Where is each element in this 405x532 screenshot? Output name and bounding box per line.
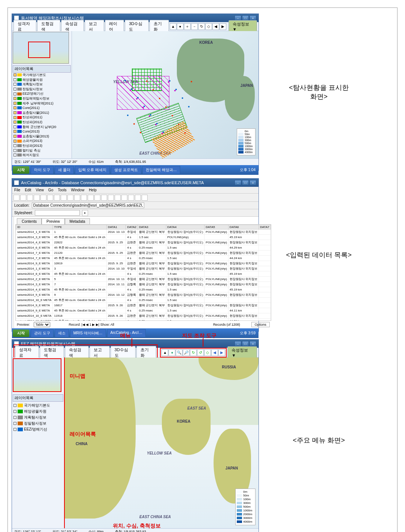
close-button[interactable]: × (250, 341, 256, 346)
menu-go[interactable]: Go (48, 188, 53, 192)
toolbar-icon[interactable] (54, 195, 60, 201)
layer-item[interactable]: 정밀탐사정보 (13, 420, 63, 426)
menu-help[interactable]: Help (89, 188, 97, 192)
layer-item[interactable]: EEZ/영해기선 (13, 91, 71, 96)
zoomout-icon[interactable]: 🔎 (183, 349, 190, 356)
col-header[interactable]: DATA3 (138, 225, 166, 229)
layer-item[interactable]: 해양광물자원 (13, 77, 71, 82)
minimize-button[interactable]: – (235, 341, 241, 346)
maximize-button[interactable]: □ (242, 341, 249, 346)
table-row[interactable]: seismic2014_6_E META45 후존 80 cu.in. GeoE… (16, 245, 271, 250)
layer-item[interactable]: Core(2011) (13, 106, 71, 110)
tab-contents[interactable]: Contents (17, 218, 42, 224)
taskbar-item[interactable]: 전일해역 해양과… (142, 166, 180, 174)
preview-tabs[interactable]: ContentsPreviewMetadata (14, 217, 273, 224)
toolbar-icon[interactable] (74, 195, 80, 201)
tab-preview[interactable]: Preview (42, 218, 65, 224)
table-row[interactable]: seismic2014_2_E META52014. 10. 11추정세황해 군… (16, 277, 271, 282)
layer-item[interactable]: 표층탐사물(2013) (13, 134, 71, 139)
toolbar-icon[interactable] (81, 195, 87, 201)
table-row[interactable]: seismic2014_5_E META92014. 10. 12김형록황해 군… (16, 292, 271, 298)
layer-item[interactable]: EEZ/영해기선 (13, 426, 63, 432)
table-row[interactable]: seismic2014_10_E META45 후존 80 cu.in. Geo… (16, 298, 271, 303)
minimap[interactable] (13, 358, 61, 392)
taskbar-item[interactable]: MRIS 데이터베… (70, 329, 106, 337)
toolbar-icon[interactable] (88, 195, 94, 201)
table-row[interactable]: seismic2014_3_E META45 후존 80 cu.in. GeoE… (16, 235, 271, 240)
windows-taskbar[interactable]: 시작 마이 도구새 폴더입력 오류 메세지생성 프로젝트전일해역 해양과… 오후… (12, 165, 259, 175)
toolbar-icon[interactable] (142, 195, 148, 201)
toolbar-icon[interactable] (94, 195, 100, 201)
pointer-icon[interactable]: ▲ (161, 349, 168, 356)
refresh2-icon[interactable]: ↺ (197, 349, 204, 356)
toolbar-icon[interactable] (47, 195, 53, 201)
map-canvas[interactable]: RUSSIA EAST SEA KOREA CHINA YELLOW SEA J… (64, 358, 259, 528)
col-header[interactable]: DATA6 (228, 225, 259, 229)
table-row[interactable]: seismic2014_7_E META211202015. 9. 25김현준황… (16, 250, 271, 256)
taskbar-item[interactable]: 입력 오류 메세지 (75, 166, 110, 174)
col-header[interactable]: DATA2 (126, 225, 138, 229)
taskbar-item[interactable]: 새소 (55, 329, 69, 337)
maximize-button[interactable]: □ (242, 15, 249, 21)
table-row[interactable]: seismic2014_7_E META45 후존 80 cu.in. GeoE… (16, 256, 271, 261)
layer-item[interactable]: 제주 남부해역(2011) (13, 101, 71, 106)
layer-item[interactable]: 국가해양기본도 (13, 73, 71, 77)
layer-item[interactable]: 황해 군산분지 북부(2 (13, 158, 71, 158)
start-button[interactable]: 시작 (13, 329, 29, 337)
table-row[interactable]: seismic2014_4_E META45 후존 80 cu.in. GeoE… (16, 287, 271, 292)
table-row[interactable]: seismic2014_1_E META32014. 10. 10우정세황해 군… (16, 266, 271, 271)
toolbar-icon[interactable] (27, 195, 33, 201)
prev-icon[interactable]: ◀ (211, 349, 218, 356)
start-button[interactable]: 시작 (13, 166, 29, 174)
preview-select[interactable]: Table (34, 322, 50, 327)
menu-bar[interactable]: FileEditViewGoToolsWindowHelp (12, 187, 259, 194)
col-header[interactable]: TYPE (53, 225, 107, 229)
table-row[interactable]: seismic2014_8_E META45 후존 80 cu.in. GeoE… (16, 271, 271, 277)
map-canvas[interactable]: KOREA JAPAN YELLOW SEA EAST CHINA SEA 0m… (72, 31, 259, 158)
tab-metadata[interactable]: Metadata (65, 218, 90, 224)
close-button[interactable]: × (250, 180, 256, 185)
layer-item[interactable]: 전일해역탐사정보 (13, 96, 71, 101)
menu-window[interactable]: Window (71, 188, 85, 192)
globe-icon[interactable]: ● (177, 23, 184, 30)
toolbar[interactable] (12, 194, 259, 202)
taskbar-item[interactable]: 마이 도구 (31, 166, 54, 174)
next-icon[interactable]: ▶ (220, 23, 226, 30)
taskbar-item[interactable]: 생성 프로젝트 (111, 166, 141, 174)
layer-item[interactable]: 정밀탐사정보 (13, 87, 71, 92)
pointer-icon[interactable]: ▲ (170, 23, 176, 30)
refresh-icon[interactable]: ↻ (198, 23, 205, 30)
toolbar-icon[interactable] (128, 195, 134, 201)
windows-taskbar[interactable]: 시작 관리 도구새소MRIS 데이터베…ArcCatalog - ArcI… 오… (12, 328, 259, 338)
options-button[interactable]: Options (251, 322, 270, 327)
menu-file[interactable]: File (14, 188, 20, 192)
table-row[interactable]: seismic2014_9_E META45 후존 80 cu.in. GeoE… (16, 308, 271, 313)
menu-edit[interactable]: Edit (25, 188, 31, 192)
prev-icon[interactable]: ◀ (212, 23, 219, 30)
location-input[interactable] (32, 203, 144, 208)
table-row[interactable]: seismic2014_1_E META12014. 10. 13추정세황해 군… (16, 229, 271, 235)
layer-item[interactable]: 멀티빔 측심 (13, 148, 71, 153)
extent-icon[interactable]: ◇ (204, 349, 211, 356)
zoomin-icon[interactable]: 🔍 (176, 349, 182, 356)
toolbar-icon[interactable] (40, 195, 46, 201)
toolbar-icon[interactable] (135, 195, 141, 201)
close-button[interactable]: × (250, 15, 256, 21)
titlebar-arccatalog[interactable]: ArcCatalog - ArcInfo - Database Connecti… (12, 179, 259, 187)
minimize-button[interactable]: – (235, 15, 241, 21)
layer-item[interactable]: 탄성파(2012) (13, 120, 71, 125)
col-header[interactable]: DATA7 (259, 225, 271, 229)
next-icon[interactable]: ▶ (218, 349, 225, 356)
maximize-button[interactable]: □ (242, 180, 249, 185)
col-header[interactable]: ID (16, 225, 53, 229)
menu-tools[interactable]: Tools (58, 188, 66, 192)
table-row[interactable]: seismic2014_3_E META72014. 10. 11김형록황해 군… (16, 282, 271, 287)
col-header[interactable]: DATA4 (166, 225, 205, 229)
layer-item[interactable]: 탄성파(2013) (13, 143, 71, 148)
table-row[interactable]: seismic2014_10_E META115182015. 9. 26김현준… (16, 313, 271, 319)
layer-item[interactable]: 해저지형도 (13, 153, 71, 158)
menu-view[interactable]: View (36, 188, 44, 192)
layer-item[interactable]: 탄성파(2011) (13, 115, 71, 120)
layer-item[interactable]: 스파커(2013) (13, 139, 71, 143)
layer-item[interactable]: 황해 군산분지 남부(20 (13, 125, 71, 130)
